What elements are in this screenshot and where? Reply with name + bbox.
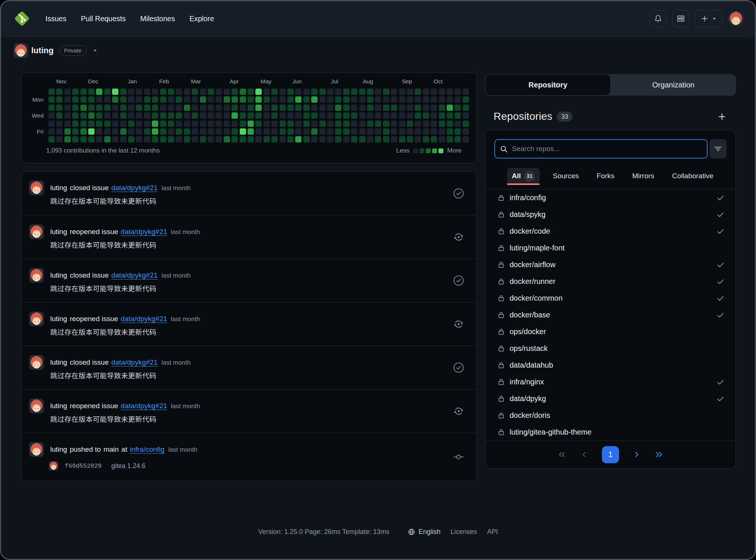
repo-list-item[interactable]: data/dpykg <box>485 390 736 407</box>
heatmap-cell[interactable] <box>56 89 63 95</box>
heatmap-cell[interactable] <box>112 112 118 119</box>
heatmap-cell[interactable] <box>224 128 230 135</box>
heatmap-cell[interactable] <box>224 112 230 119</box>
heatmap-cell[interactable] <box>447 136 453 143</box>
heatmap-cell[interactable] <box>200 112 206 119</box>
heatmap-cell[interactable] <box>367 112 373 119</box>
heatmap-cell[interactable] <box>335 105 341 111</box>
heatmap-cell[interactable] <box>176 121 182 127</box>
heatmap-cell[interactable] <box>383 112 389 119</box>
profile-username[interactable]: luting <box>31 46 54 55</box>
heatmap-cell[interactable] <box>240 96 246 103</box>
heatmap-cell[interactable] <box>407 96 413 103</box>
heatmap-cell[interactable] <box>454 105 461 111</box>
heatmap-cell[interactable] <box>415 89 421 95</box>
heatmap-cell[interactable] <box>48 89 55 95</box>
heatmap-cell[interactable] <box>351 128 357 135</box>
heatmap-cell[interactable] <box>224 96 230 103</box>
heatmap-cell[interactable] <box>168 112 174 119</box>
heatmap-cell[interactable] <box>407 105 413 111</box>
heatmap-cell[interactable] <box>176 89 182 95</box>
repo-list-item[interactable]: docker/airflow <box>485 256 736 273</box>
heatmap-cell[interactable] <box>264 128 270 135</box>
heatmap-cell[interactable] <box>64 121 71 127</box>
add-repository-button[interactable] <box>717 112 727 121</box>
heatmap-cell[interactable] <box>240 121 246 127</box>
heatmap-cell[interactable] <box>240 89 246 95</box>
heatmap-cell[interactable] <box>48 136 55 143</box>
heatmap-cell[interactable] <box>431 121 437 127</box>
heatmap-cell[interactable] <box>303 89 310 95</box>
heatmap-cell[interactable] <box>168 96 174 103</box>
heatmap-cell[interactable] <box>184 96 190 103</box>
heatmap-cell[interactable] <box>383 96 389 103</box>
heatmap-cell[interactable] <box>80 89 87 95</box>
heatmap-cell[interactable] <box>136 128 142 135</box>
heatmap-cell[interactable] <box>303 96 310 103</box>
heatmap-cell[interactable] <box>192 136 198 143</box>
repo-list-item[interactable]: luting/gitea-github-theme <box>485 424 736 441</box>
heatmap-cell[interactable] <box>208 112 214 119</box>
heatmap-cell[interactable] <box>335 96 341 103</box>
heatmap-cell[interactable] <box>184 136 190 143</box>
heatmap-cell[interactable] <box>104 96 111 103</box>
heatmap-cell[interactable] <box>104 121 111 127</box>
heatmap-cell[interactable] <box>200 89 206 95</box>
heatmap-cell[interactable] <box>208 105 214 111</box>
heatmap-cell[interactable] <box>255 128 262 135</box>
heatmap-cell[interactable] <box>48 96 55 103</box>
heatmap-cell[interactable] <box>287 89 294 95</box>
heatmap-cell[interactable] <box>280 89 286 95</box>
heatmap-cell[interactable] <box>391 136 397 143</box>
heatmap-cell[interactable] <box>423 105 429 111</box>
heatmap-cell[interactable] <box>248 128 254 135</box>
heatmap-cell[interactable] <box>463 105 469 111</box>
heatmap-cell[interactable] <box>287 136 294 143</box>
gitea-logo-icon[interactable] <box>13 10 31 27</box>
heatmap-cell[interactable] <box>375 121 381 127</box>
heatmap-cell[interactable] <box>271 136 278 143</box>
heatmap-cell[interactable] <box>56 128 63 135</box>
heatmap-cell[interactable] <box>232 121 238 127</box>
heatmap-cell[interactable] <box>136 121 142 127</box>
repo-list-item[interactable]: luting/maple-font <box>485 240 736 256</box>
heatmap-cell[interactable] <box>399 105 405 111</box>
heatmap-cell[interactable] <box>112 136 118 143</box>
heatmap-cell[interactable] <box>271 89 278 95</box>
heatmap-cell[interactable] <box>295 96 302 103</box>
heatmap-cell[interactable] <box>160 136 166 143</box>
heatmap-cell[interactable] <box>128 128 134 135</box>
heatmap-cell[interactable] <box>359 112 366 119</box>
heatmap-cell[interactable] <box>431 128 437 135</box>
heatmap-cell[interactable] <box>271 96 278 103</box>
feed-actor-avatar[interactable] <box>29 224 44 239</box>
heatmap-cell[interactable] <box>120 121 127 127</box>
heatmap-cell[interactable] <box>136 96 142 103</box>
heatmap-cell[interactable] <box>160 89 166 95</box>
heatmap-cell[interactable] <box>56 105 63 111</box>
heatmap-cell[interactable] <box>120 105 127 111</box>
heatmap-cell[interactable] <box>208 136 214 143</box>
feed-actor[interactable]: luting <box>50 271 67 279</box>
heatmap-cell[interactable] <box>56 112 63 119</box>
heatmap-cell[interactable] <box>415 96 421 103</box>
heatmap-cell[interactable] <box>280 105 286 111</box>
heatmap-cell[interactable] <box>64 96 71 103</box>
heatmap-cell[interactable] <box>216 128 222 135</box>
heatmap-cell[interactable] <box>200 128 206 135</box>
feed-actor[interactable]: luting <box>50 228 67 236</box>
heatmap-cell[interactable] <box>168 89 174 95</box>
heatmap-cell[interactable] <box>128 136 134 143</box>
heatmap-cell[interactable] <box>375 96 381 103</box>
heatmap-cell[interactable] <box>184 112 190 119</box>
heatmap-cell[interactable] <box>327 128 334 135</box>
heatmap-cell[interactable] <box>255 96 262 103</box>
heatmap-cell[interactable] <box>88 112 95 119</box>
heatmap-cell[interactable] <box>423 136 429 143</box>
heatmap-cell[interactable] <box>240 105 246 111</box>
tab-repository[interactable]: Repository <box>485 74 611 96</box>
heatmap-cell[interactable] <box>216 89 222 95</box>
heatmap-cell[interactable] <box>375 112 381 119</box>
feed-actor-avatar[interactable] <box>29 355 44 370</box>
heatmap-cell[interactable] <box>128 105 134 111</box>
